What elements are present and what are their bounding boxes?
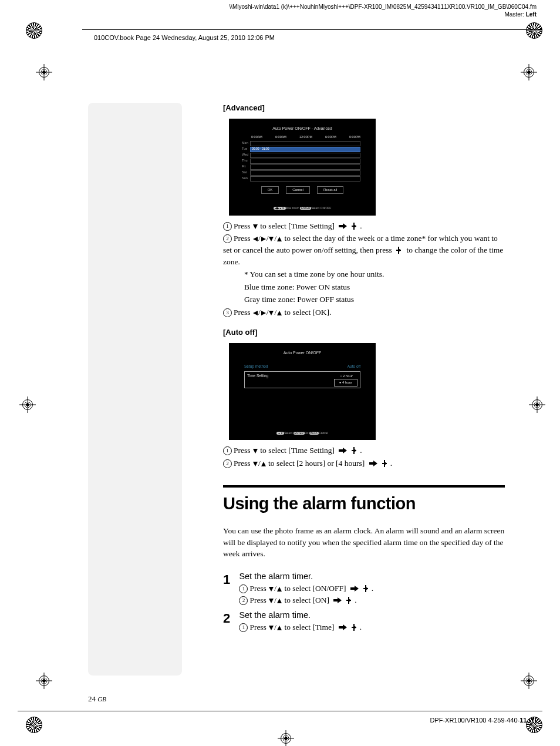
step-marker: 1	[239, 584, 248, 593]
adv-note-2: Blue time zone: Power ON status	[244, 281, 505, 293]
registration-mark	[26, 717, 42, 733]
step-marker: 1	[239, 623, 248, 632]
ss-footer: ◀▶▲▼time zoom ENTERSelect ON/OFF	[229, 206, 376, 211]
day-label: Wed	[242, 153, 250, 157]
adv-note-1: * You can set a time zone by one hour un…	[244, 268, 505, 280]
ss-title: Auto Power ON/OFF - Advanced	[234, 126, 371, 132]
crop-mark	[281, 733, 291, 744]
enter-icon	[381, 460, 389, 467]
down-arrow-icon	[269, 237, 274, 241]
header-rule	[82, 29, 542, 30]
adv-step-3: 3Press /// to select [OK].	[223, 307, 505, 318]
then-arrow-icon	[369, 461, 377, 466]
step-marker: 2	[223, 459, 232, 468]
big-step-number: 1	[223, 570, 237, 589]
left-arrow-icon	[253, 311, 258, 315]
ss-reset: Reset all	[317, 186, 343, 194]
step-marker: 2	[239, 596, 248, 605]
time-label: 0:00AM	[251, 135, 262, 140]
crop-mark	[39, 676, 49, 686]
header-filepath: \\Miyoshi-win\data1 (k)\+++NouhinMiyoshi…	[229, 4, 537, 18]
autooff-label: [Auto off]	[223, 327, 505, 338]
ss-ok: OK	[261, 186, 279, 194]
step-marker: 1	[223, 222, 232, 231]
crop-mark	[532, 399, 542, 410]
main-content: [Advanced] Auto Power ON/OFF - Advanced …	[223, 103, 505, 637]
step-marker: 2	[223, 234, 232, 243]
highlight-time: 00:00 - 01:00	[252, 147, 269, 151]
registration-mark	[526, 22, 542, 39]
ss-cancel: Cancel	[286, 186, 310, 194]
sidebar-placeholder	[88, 103, 182, 676]
crop-mark	[524, 67, 534, 78]
up-arrow-icon	[277, 587, 282, 592]
enter-icon	[362, 585, 370, 592]
page-number: 24 GB	[88, 694, 106, 704]
ss2-row-setup: Setup method Auto off	[244, 362, 360, 371]
up-arrow-icon	[277, 626, 282, 630]
registration-mark	[26, 22, 42, 39]
up-arrow-icon	[261, 462, 266, 466]
ss-footer: ▲▼Select ENTERFix BACKCancel	[229, 431, 376, 436]
then-arrow-icon	[339, 624, 347, 630]
step-title: Set the alarm timer.	[239, 572, 313, 581]
numbered-step-2: 2 Set the alarm time. 1Press / to select…	[223, 609, 505, 633]
step-marker: 3	[223, 308, 232, 317]
enter-icon	[350, 624, 359, 631]
then-arrow-icon	[350, 586, 359, 592]
down-arrow-icon	[253, 462, 258, 466]
ao-step-1: 1Press to select [Time Setting] .	[223, 445, 505, 456]
adv-step-1: 1Press to select [Time Setting] .	[223, 220, 505, 232]
day-label: Mon	[242, 141, 250, 146]
down-arrow-icon	[269, 587, 274, 592]
ss2-row-time: Time Setting ○ 2 hour ● 4 hour	[244, 371, 360, 388]
then-arrow-icon	[339, 448, 347, 453]
adv-note-3: Gray time zone: Power OFF status	[244, 294, 505, 305]
enter-icon	[345, 597, 353, 604]
step-title: Set the alarm time.	[239, 610, 311, 620]
up-arrow-icon	[277, 237, 282, 241]
ss-title: Auto Power ON/OFF	[234, 350, 371, 356]
time-label: 6:00PM	[325, 135, 336, 140]
file-path: \\Miyoshi-win\data1 (k)\+++NouhinMiyoshi…	[229, 4, 537, 10]
ao-step-2: 2Press / to select [2 hours] or [4 hours…	[223, 458, 505, 469]
day-label: Thu	[242, 159, 250, 163]
crop-mark	[22, 399, 33, 410]
down-arrow-icon	[269, 599, 274, 603]
numbered-step-1: 1 Set the alarm timer. 1Press / to selec…	[223, 570, 505, 606]
right-arrow-icon	[261, 311, 266, 315]
down-arrow-icon	[269, 626, 274, 630]
intro-paragraph: You can use the photo frame as an alarm …	[223, 525, 505, 560]
book-page-line: 010COV.book Page 24 Wednesday, August 25…	[94, 34, 275, 41]
right-arrow-icon	[261, 237, 266, 241]
enter-icon	[395, 247, 403, 254]
then-arrow-icon	[339, 223, 347, 229]
time-label: 6:00AM	[275, 135, 286, 140]
ss-time-axis: 0:00AM 6:00AM 12:00PM 6:00PM 0:00PM	[251, 135, 360, 140]
time-label: 12:00PM	[299, 135, 312, 140]
up-arrow-icon	[277, 311, 282, 315]
crop-mark	[524, 676, 534, 686]
section-heading: Using the alarm function	[223, 491, 505, 516]
footer-rule	[18, 711, 542, 711]
section-rule	[223, 485, 505, 488]
day-label: Sat	[242, 170, 250, 175]
big-step-number: 2	[223, 609, 237, 628]
up-arrow-icon	[277, 599, 282, 603]
advanced-label: [Advanced]	[223, 103, 505, 114]
advanced-screenshot: Auto Power ON/OFF - Advanced 0:00AM 6:00…	[229, 119, 376, 216]
down-arrow-icon	[253, 449, 258, 453]
footer-text: DPF-XR100/VR100 4-259-440-11 (1)	[430, 717, 537, 724]
left-arrow-icon	[253, 237, 258, 241]
ss-buttons: OK Cancel Reset all	[234, 186, 371, 194]
step-marker: 1	[223, 446, 232, 455]
day-label: Tue	[242, 147, 250, 152]
down-arrow-icon	[253, 224, 258, 229]
enter-icon	[350, 447, 359, 454]
day-label: Sun	[242, 176, 250, 181]
down-arrow-icon	[269, 311, 274, 315]
crop-mark	[39, 67, 49, 78]
autooff-screenshot: Auto Power ON/OFF Setup method Auto off …	[229, 343, 376, 440]
adv-step-2: 2Press /// to select the day of the week…	[223, 233, 505, 267]
master-value: Left	[526, 11, 537, 18]
